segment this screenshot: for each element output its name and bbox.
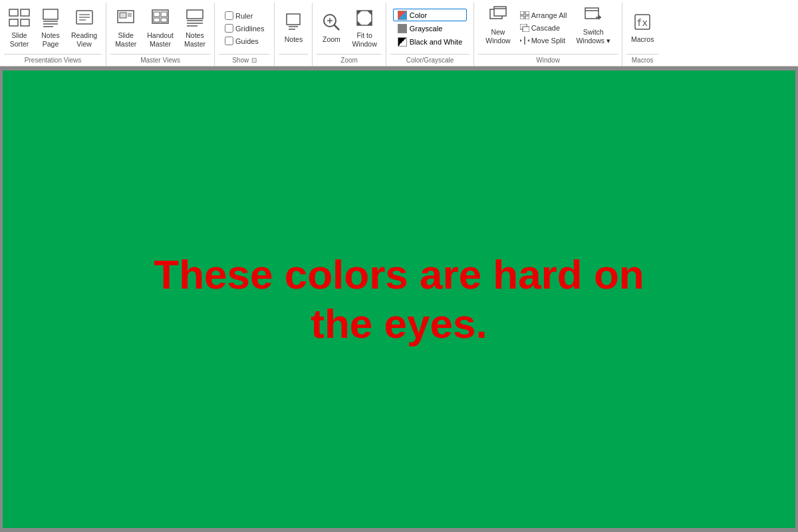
notes-group-label	[279, 54, 308, 66]
slide-master-button[interactable]: SlideMaster	[110, 9, 141, 49]
svg-rect-20	[161, 18, 167, 22]
reading-view-icon	[75, 9, 94, 30]
svg-text:fx: fx	[636, 17, 648, 28]
handout-master-button[interactable]: HandoutMaster	[142, 9, 178, 49]
notes-buttons: Notes	[279, 3, 308, 54]
svg-marker-33	[357, 11, 362, 15]
notes-page-button[interactable]: NotesPage	[36, 9, 65, 49]
fit-to-window-label: Fit toWindow	[352, 31, 376, 48]
switch-windows-button[interactable]: SwitchWindows ▾	[571, 5, 615, 45]
show-expand-icon[interactable]: ⊡	[251, 57, 257, 64]
ribbon-content: SlideSorter NotesPage	[0, 0, 798, 66]
notes-page-label: NotesPage	[41, 31, 59, 48]
color-option[interactable]: Color	[393, 9, 467, 21]
gridlines-checkbox-label[interactable]: Gridlines	[221, 23, 267, 35]
grayscale-swatch	[398, 24, 407, 33]
notes-label: Notes	[285, 35, 303, 44]
zoom-icon	[322, 13, 340, 34]
svg-rect-17	[154, 12, 160, 17]
color-options: Color Grayscale Black and White	[390, 9, 469, 49]
master-views-buttons: SlideMaster HandoutMaster	[110, 3, 210, 54]
slide-text: These colors are hard onthe eyes.	[154, 250, 644, 349]
slide-master-label: SlideMaster	[115, 31, 136, 48]
notes-page-icon	[41, 9, 60, 30]
master-views-label: Master Views	[110, 54, 210, 66]
svg-marker-36	[367, 21, 372, 25]
svg-rect-42	[520, 16, 524, 19]
move-split-button[interactable]: Move Split	[517, 35, 571, 47]
group-notes: Notes	[275, 3, 313, 66]
svg-rect-45	[523, 27, 529, 32]
switch-windows-label: SwitchWindows ▾	[576, 28, 610, 45]
notes-icon	[284, 13, 303, 34]
fit-to-window-button[interactable]: Fit toWindow	[347, 9, 381, 49]
macros-button[interactable]: fx Macros	[626, 9, 658, 49]
zoom-label-group: Zoom	[317, 54, 381, 66]
ribbon: SlideSorter NotesPage	[0, 0, 798, 66]
bw-swatch	[398, 37, 407, 47]
new-window-button[interactable]: NewWindow	[481, 5, 515, 45]
svg-marker-34	[367, 11, 372, 15]
group-show: Ruler Gridlines Guides Show ⊡	[215, 3, 275, 66]
notes-master-icon	[186, 9, 204, 30]
svg-rect-18	[161, 12, 167, 17]
svg-marker-48	[527, 39, 529, 42]
reading-view-button[interactable]: ReadingView	[66, 9, 102, 49]
macros-icon: fx	[633, 13, 652, 34]
slide-area: These colors are hard onthe eyes.	[0, 66, 798, 532]
zoom-label: Zoom	[323, 35, 340, 44]
zoom-buttons: Zoom Fit toWindow	[317, 3, 381, 54]
svg-rect-43	[525, 16, 529, 19]
slide-master-icon	[116, 9, 135, 30]
group-color-grayscale: Color Grayscale Black and White Color/Gr…	[386, 3, 474, 66]
group-master-views: SlideMaster HandoutMaster	[106, 3, 215, 66]
guides-checkbox[interactable]	[225, 37, 233, 45]
fit-to-window-icon	[355, 9, 374, 30]
window-sub-col: Arrange All Cascade	[517, 5, 571, 47]
ruler-checkbox-label[interactable]: Ruler	[221, 10, 267, 22]
group-window: NewWindow Arrange All	[474, 3, 622, 66]
macros-label: Macros	[631, 35, 654, 44]
reading-view-label: ReadingView	[71, 31, 97, 48]
arrange-all-button[interactable]: Arrange All	[517, 9, 571, 21]
group-zoom: Zoom Fit toWindow	[313, 3, 386, 66]
gridlines-checkbox[interactable]	[225, 24, 233, 33]
slide-sorter-label: SlideSorter	[10, 31, 29, 48]
switch-windows-icon	[584, 5, 602, 27]
zoom-button[interactable]: Zoom	[317, 9, 346, 49]
cascade-icon	[520, 24, 529, 32]
cascade-button[interactable]: Cascade	[517, 22, 571, 34]
new-window-label: NewWindow	[485, 28, 510, 45]
slide-canvas: These colors are hard onthe eyes.	[3, 70, 795, 528]
presentation-views-label: Presentation Views	[4, 54, 102, 66]
svg-rect-19	[154, 18, 160, 22]
svg-marker-52	[598, 15, 601, 20]
color-grayscale-buttons: Color Grayscale Black and White	[390, 3, 469, 54]
grayscale-option[interactable]: Grayscale	[393, 22, 467, 35]
slide-sorter-icon	[9, 9, 30, 30]
color-swatch	[398, 11, 407, 20]
notes-master-button[interactable]: NotesMaster	[180, 9, 210, 49]
svg-marker-47	[520, 39, 522, 42]
group-presentation-views: SlideSorter NotesPage	[0, 3, 106, 66]
notes-master-label: NotesMaster	[184, 31, 205, 48]
show-buttons: Ruler Gridlines Guides	[219, 3, 270, 54]
svg-rect-38	[494, 7, 506, 16]
svg-rect-1	[21, 9, 29, 16]
svg-rect-2	[9, 19, 18, 26]
svg-marker-35	[357, 21, 362, 25]
svg-rect-0	[9, 9, 18, 16]
arrange-all-icon	[520, 11, 529, 19]
svg-rect-41	[525, 11, 529, 15]
group-macros: fx Macros Macros	[622, 3, 662, 66]
presentation-views-buttons: SlideSorter NotesPage	[4, 3, 102, 54]
svg-rect-21	[187, 10, 203, 19]
slide-sorter-button[interactable]: SlideSorter	[4, 9, 35, 49]
ruler-checkbox[interactable]	[225, 11, 233, 20]
macros-buttons: fx Macros	[626, 3, 658, 54]
svg-rect-13	[120, 13, 126, 18]
black-white-option[interactable]: Black and White	[393, 35, 467, 48]
notes-button[interactable]: Notes	[279, 9, 308, 49]
guides-checkbox-label[interactable]: Guides	[221, 35, 267, 47]
svg-line-29	[334, 25, 340, 31]
